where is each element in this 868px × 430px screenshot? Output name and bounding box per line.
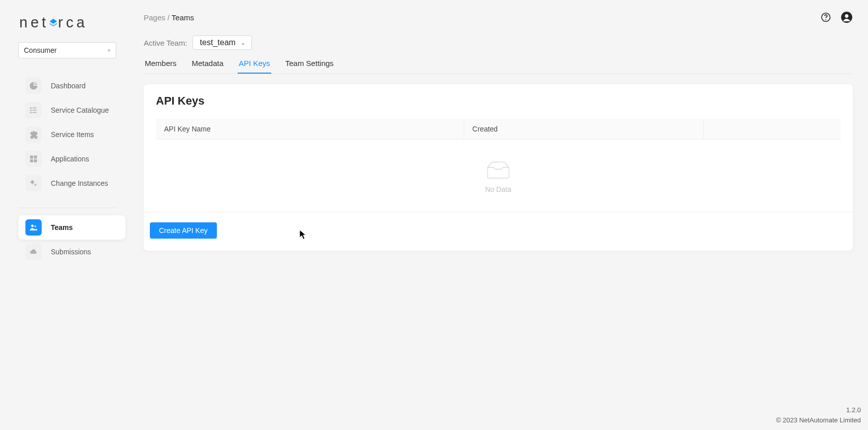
active-team-selector[interactable]: test_team ⌄ (192, 36, 252, 50)
breadcrumb: Pages / Teams (144, 13, 194, 22)
active-team-label: Active Team: (144, 39, 187, 47)
tab-api-keys[interactable]: API Keys (238, 59, 271, 74)
col-header-name: API Key Name (156, 119, 464, 140)
sidebar-item-change-instances[interactable]: Change Instances (0, 171, 135, 195)
svg-rect-7 (34, 155, 37, 158)
logo: net rca (0, 14, 135, 42)
sidebar-item-service-items[interactable]: Service Items (0, 122, 135, 147)
sidebar-item-label: Applications (51, 155, 89, 163)
logo-mark-icon (48, 17, 59, 28)
sidebar-item-label: Submissions (51, 248, 91, 256)
logo-post: rca (58, 14, 87, 31)
logo-pre: net (19, 14, 49, 31)
sidebar: net rca Consumer ▾ Dashboard (0, 0, 135, 430)
team-icon (25, 219, 42, 236)
col-header-created: Created (464, 119, 704, 140)
active-team-value: test_team (200, 38, 236, 47)
puzzle-icon (25, 126, 42, 143)
svg-point-3 (30, 108, 31, 109)
sidebar-item-label: Service Catalogue (51, 106, 109, 114)
role-selector-value: Consumer (24, 46, 57, 54)
list-icon (25, 102, 42, 118)
role-selector[interactable]: Consumer ▾ (18, 42, 116, 58)
col-header-actions (703, 119, 841, 140)
svg-point-10 (31, 181, 34, 184)
svg-point-17 (845, 14, 849, 18)
pie-icon (25, 78, 42, 94)
svg-point-13 (35, 225, 36, 227)
grid-icon (25, 151, 42, 167)
svg-point-11 (35, 184, 37, 186)
svg-point-12 (31, 225, 34, 227)
account-icon[interactable] (841, 11, 853, 23)
svg-rect-9 (34, 159, 37, 162)
sidebar-item-label: Service Items (51, 130, 94, 139)
empty-state: No Data (156, 140, 841, 212)
tab-metadata[interactable]: Metadata (191, 59, 225, 74)
empty-text: No Data (156, 185, 841, 193)
svg-point-15 (825, 19, 826, 20)
sidebar-item-label: Change Instances (51, 179, 108, 187)
team-tabs: Members Metadata API Keys Team Settings (144, 59, 853, 74)
api-keys-panel: API Keys API Key Name Created (144, 84, 853, 251)
empty-box-icon (156, 160, 841, 180)
panel-title: API Keys (156, 94, 841, 108)
svg-rect-8 (30, 159, 33, 162)
svg-point-5 (30, 112, 31, 113)
sidebar-item-label: Teams (51, 223, 73, 231)
sidebar-item-service-catalogue[interactable]: Service Catalogue (0, 98, 135, 122)
gears-icon (25, 175, 42, 191)
sidebar-divider (18, 208, 116, 208)
svg-rect-6 (30, 155, 33, 158)
breadcrumb-current: Teams (172, 13, 194, 22)
sidebar-item-dashboard[interactable]: Dashboard (0, 74, 135, 98)
tab-members[interactable]: Members (144, 59, 178, 74)
sidebar-item-label: Dashboard (51, 82, 86, 90)
chevron-down-icon: ▾ (108, 47, 111, 54)
breadcrumb-sep: / (168, 13, 170, 22)
sidebar-item-teams[interactable]: Teams (18, 215, 125, 240)
tab-team-settings[interactable]: Team Settings (284, 59, 335, 74)
api-keys-table: API Key Name Created (156, 119, 841, 212)
sidebar-nav: Dashboard Service Catalogue Service Item… (0, 74, 135, 264)
svg-point-4 (30, 110, 31, 111)
main-content: Pages / Teams Active Team: test_team ⌄ M… (135, 0, 868, 430)
sidebar-item-submissions[interactable]: Submissions (0, 240, 135, 264)
help-icon[interactable] (820, 12, 831, 23)
create-api-key-button[interactable]: Create API Key (150, 222, 217, 239)
sidebar-item-applications[interactable]: Applications (0, 147, 135, 171)
breadcrumb-root[interactable]: Pages (144, 13, 166, 22)
cloud-icon (25, 244, 42, 260)
chevron-down-icon: ⌄ (241, 40, 245, 46)
